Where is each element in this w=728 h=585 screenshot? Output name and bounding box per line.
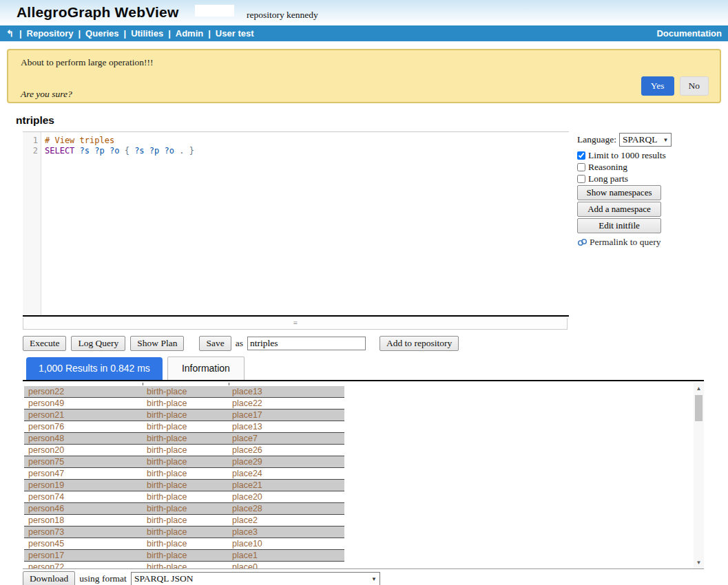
- chain-link-icon: [577, 237, 587, 248]
- table-cell-link[interactable]: birth-place: [143, 457, 228, 467]
- limit-results-checkbox[interactable]: [577, 151, 585, 160]
- table-cell-link[interactable]: birth-place: [143, 504, 228, 513]
- scroll-down-icon[interactable]: ▼: [694, 558, 704, 568]
- table-cell-link[interactable]: place22: [228, 398, 344, 408]
- table-cell-link[interactable]: place0: [228, 562, 344, 569]
- table-cell-link[interactable]: place21: [228, 480, 344, 490]
- log-query-button[interactable]: Log Query: [71, 336, 125, 351]
- table-cell-link[interactable]: place28: [228, 504, 344, 513]
- reasoning-option[interactable]: Reasoning: [577, 161, 694, 173]
- scroll-up-icon[interactable]: ▲: [694, 384, 704, 394]
- editor-code-area[interactable]: # View triplesSELECT ?s ?p ?o { ?s ?p ?o…: [41, 132, 569, 315]
- long-parts-option[interactable]: Long parts: [577, 173, 694, 184]
- table-cell-link[interactable]: place24: [228, 469, 344, 478]
- table-cell-link[interactable]: person45: [24, 539, 143, 549]
- permalink-to-query[interactable]: Permalink to query: [577, 237, 694, 248]
- editor-resize-handle[interactable]: ≡: [23, 318, 568, 330]
- results-header-sliver: [24, 383, 344, 386]
- table-cell-link[interactable]: person21: [24, 410, 143, 420]
- yes-button[interactable]: Yes: [641, 76, 674, 96]
- limit-results-option[interactable]: Limit to 1000 results: [577, 149, 694, 161]
- edit-initfile-button[interactable]: Edit initfile: [577, 218, 661, 233]
- nav-item-repository[interactable]: Repository: [27, 28, 74, 39]
- line-number: 1: [23, 136, 38, 146]
- download-format-value: SPARQL JSON: [134, 573, 194, 584]
- table-cell-link[interactable]: person49: [24, 398, 143, 408]
- table-cell-link[interactable]: birth-place: [143, 539, 228, 549]
- table-cell-link[interactable]: person18: [24, 515, 143, 525]
- table-cell-link[interactable]: birth-place: [143, 469, 228, 478]
- show-plan-button[interactable]: Show Plan: [130, 336, 184, 351]
- execute-button[interactable]: Execute: [23, 336, 66, 351]
- table-cell-link[interactable]: birth-place: [143, 562, 228, 569]
- table-cell-link[interactable]: person72: [24, 562, 143, 569]
- table-cell-link[interactable]: birth-place: [143, 527, 228, 537]
- show-namespaces-button[interactable]: Show namespaces: [577, 185, 661, 200]
- scrollbar-thumb[interactable]: [695, 395, 703, 421]
- table-cell-link[interactable]: person76: [24, 422, 143, 432]
- results-rows: person22birth-placeplace13person49birth-…: [23, 386, 704, 569]
- query-editor[interactable]: 12 # View triplesSELECT ?s ?p ?o { ?s ?p…: [23, 131, 569, 317]
- back-icon[interactable]: ↰: [6, 28, 14, 39]
- nav-item-queries[interactable]: Queries: [85, 28, 118, 39]
- table-cell-link[interactable]: birth-place: [143, 551, 228, 560]
- table-cell-link[interactable]: birth-place: [143, 387, 228, 396]
- table-cell-link[interactable]: place17: [228, 410, 344, 420]
- table-cell-link[interactable]: birth-place: [143, 422, 228, 432]
- language-select[interactable]: SPARQL ▼: [619, 133, 672, 147]
- nav-separator: |: [168, 28, 171, 39]
- table-cell-link[interactable]: place3: [228, 527, 344, 537]
- download-button[interactable]: Download: [23, 571, 75, 585]
- table-cell-link[interactable]: place13: [228, 387, 344, 396]
- table-cell-link[interactable]: place29: [228, 457, 344, 467]
- nav-separator: |: [124, 28, 127, 39]
- table-cell-link[interactable]: place26: [228, 445, 344, 455]
- table-cell-link[interactable]: place13: [228, 422, 344, 432]
- table-cell-link[interactable]: person19: [24, 480, 143, 490]
- table-cell-link[interactable]: place7: [228, 434, 344, 443]
- add-to-repository-button[interactable]: Add to repository: [379, 336, 459, 351]
- table-cell-link[interactable]: person75: [24, 457, 143, 467]
- table-cell-link[interactable]: birth-place: [143, 410, 228, 420]
- table-cell-link[interactable]: person48: [24, 434, 143, 443]
- dialog-message: About to perform large operation!!!: [21, 57, 153, 68]
- table-cell-link[interactable]: person74: [24, 492, 143, 502]
- table-cell-link[interactable]: birth-place: [143, 515, 228, 525]
- table-cell-link[interactable]: place2: [228, 515, 344, 525]
- download-format-select[interactable]: SPARQL JSON ▼: [131, 572, 380, 585]
- table-cell-link[interactable]: place20: [228, 492, 344, 502]
- table-cell-link[interactable]: birth-place: [143, 492, 228, 502]
- table-cell-link[interactable]: person22: [24, 387, 143, 396]
- line-number: 2: [23, 146, 38, 156]
- reasoning-checkbox[interactable]: [577, 163, 585, 171]
- table-cell-link[interactable]: person46: [24, 504, 143, 513]
- long-parts-checkbox[interactable]: [577, 175, 585, 183]
- tab-results[interactable]: 1,000 Results in 0.842 ms: [26, 357, 163, 380]
- add-namespace-button[interactable]: Add a namespace: [577, 202, 661, 217]
- no-button[interactable]: No: [680, 76, 709, 96]
- save-button[interactable]: Save: [199, 336, 231, 351]
- save-name-input[interactable]: [247, 337, 366, 350]
- table-cell-link[interactable]: birth-place: [143, 480, 228, 490]
- repository-label: repository kennedy: [247, 10, 318, 21]
- query-name-heading: ntriples: [16, 114, 54, 127]
- nav-item-admin[interactable]: Admin: [176, 28, 203, 39]
- header-blank-field[interactable]: [195, 5, 234, 17]
- table-cell-link[interactable]: place10: [228, 539, 344, 549]
- nav-separator: |: [19, 28, 22, 39]
- table-cell-link[interactable]: birth-place: [143, 445, 228, 455]
- table-cell-link[interactable]: person73: [24, 527, 143, 537]
- tab-information[interactable]: Information: [167, 357, 245, 380]
- results-scrollbar[interactable]: ▲ ▼: [694, 383, 704, 569]
- nav-item-utilities[interactable]: Utilities: [131, 28, 163, 39]
- table-cell-link[interactable]: birth-place: [143, 398, 228, 408]
- table-cell-link[interactable]: person20: [24, 445, 143, 455]
- nav-separator: |: [78, 28, 81, 39]
- nav-link-documentation[interactable]: Documentation: [656, 28, 722, 39]
- table-cell-link[interactable]: person47: [24, 469, 143, 478]
- limit-results-label: Limit to 1000 results: [588, 150, 666, 161]
- table-cell-link[interactable]: birth-place: [143, 434, 228, 443]
- nav-item-user-test[interactable]: User test: [216, 28, 254, 39]
- table-cell-link[interactable]: place1: [228, 551, 344, 560]
- table-cell-link[interactable]: person17: [24, 551, 143, 560]
